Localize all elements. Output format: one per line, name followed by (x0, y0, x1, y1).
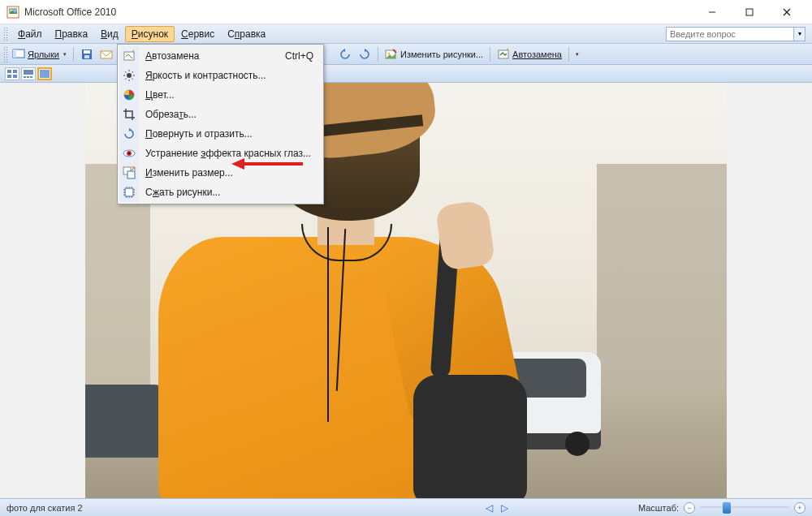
autocorrect-icon (497, 48, 510, 61)
thumbnail-view-button[interactable] (5, 67, 19, 80)
zoom-thumb[interactable] (723, 502, 731, 514)
edit-pictures-button[interactable]: Изменить рисунки... (382, 45, 486, 63)
rotate-left-icon (339, 48, 352, 61)
next-image-button[interactable]: ▷ (501, 502, 508, 514)
shortcuts-button[interactable]: Ярлыки ▾ (10, 45, 69, 63)
autocorrect-button[interactable]: Автозамена (495, 45, 564, 63)
annotation-arrow (231, 156, 304, 172)
mail-icon (100, 48, 113, 61)
prev-image-button[interactable]: ◁ (486, 502, 493, 514)
menu-item-crop[interactable]: Обрезать... (119, 105, 322, 124)
svg-rect-21 (24, 76, 26, 78)
maximize-button[interactable] (731, 0, 768, 24)
svg-line-34 (132, 71, 134, 73)
svg-rect-24 (40, 70, 50, 78)
menu-item-rotate[interactable]: Повернуть и отразить... (119, 124, 322, 144)
svg-line-31 (125, 71, 127, 73)
svg-rect-23 (30, 76, 32, 78)
svg-point-26 (127, 73, 132, 78)
menu-item-label: Сжать рисунки... (139, 187, 322, 198)
svg-rect-20 (24, 70, 33, 75)
status-navigation: ◁ ▷ (486, 502, 508, 514)
toolbar-overflow[interactable]: ▾ (573, 51, 581, 58)
svg-rect-4 (746, 9, 753, 15)
svg-rect-19 (13, 75, 17, 78)
menu-item-label: Яркость и контрастность... (139, 70, 322, 81)
menu-bar: ФайлПравкаВидРисунокСервисСправка ▾ (0, 24, 812, 44)
color-icon (119, 85, 139, 105)
help-search[interactable]: ▾ (666, 27, 806, 41)
svg-marker-43 (231, 158, 244, 170)
close-button[interactable] (768, 0, 806, 24)
edit-pictures-label: Изменить рисунки... (400, 49, 483, 59)
redeye-icon (119, 144, 139, 163)
app-icon (6, 6, 19, 19)
menu-item-autoreplace[interactable]: АвтозаменаCtrl+Q (119, 46, 322, 66)
zoom-out-button[interactable]: − (684, 502, 695, 514)
autoreplace-icon (119, 46, 139, 66)
menu-item-label: Повернуть и отразить... (139, 128, 322, 140)
menu-item-label: Автозамена (139, 50, 285, 62)
svg-rect-25 (124, 52, 134, 60)
edit-pictures-icon (385, 48, 398, 61)
zoom-in-button[interactable]: + (794, 502, 806, 514)
crop-icon (119, 105, 139, 124)
svg-rect-22 (27, 76, 29, 78)
picture-menu-dropdown: АвтозаменаCtrl+QЯркость и контрастность.… (117, 44, 324, 204)
status-filename: фото для скатия 2 (6, 503, 486, 513)
shortcuts-label: Ярлыки (28, 49, 59, 59)
brightness-icon (119, 66, 139, 85)
zoom-label: Масштаб: (638, 503, 679, 513)
menu-правка[interactable]: Правка (49, 26, 95, 42)
rotate-left-button[interactable] (336, 45, 354, 63)
svg-rect-10 (84, 50, 90, 54)
toolbar-grip[interactable] (3, 27, 8, 41)
filmstrip-view-button[interactable] (21, 67, 36, 80)
svg-point-38 (128, 153, 130, 154)
menu-рисунок[interactable]: Рисунок (125, 26, 175, 42)
rotate-right-button[interactable] (356, 45, 374, 63)
status-bar: фото для скатия 2 ◁ ▷ Масштаб: − + (0, 498, 812, 516)
menu-item-label: Обрезать... (139, 109, 322, 120)
menu-item-compress[interactable]: Сжать рисунки... (119, 183, 322, 202)
svg-rect-17 (13, 70, 17, 73)
menu-shortcut: Ctrl+Q (285, 50, 322, 62)
help-dropdown-button[interactable]: ▾ (794, 27, 806, 41)
menu-вид[interactable]: Вид (94, 26, 125, 42)
svg-line-32 (132, 79, 134, 80)
title-bar: Microsoft Office 2010 (0, 0, 812, 24)
menu-файл[interactable]: Файл (11, 26, 49, 42)
resize-icon (119, 163, 139, 183)
svg-line-33 (125, 79, 127, 80)
single-view-button[interactable] (37, 67, 52, 80)
zoom-slider[interactable] (700, 506, 789, 510)
shortcuts-icon (12, 48, 25, 61)
rotate-icon (119, 124, 139, 144)
menu-сервис[interactable]: Сервис (175, 26, 221, 42)
rotate-right-icon (358, 48, 371, 61)
menu-справка[interactable]: Справка (221, 26, 272, 42)
save-button[interactable] (78, 45, 96, 63)
menu-item-label: Цвет... (139, 89, 322, 101)
menu-item-brightness[interactable]: Яркость и контрастность... (119, 66, 322, 85)
svg-rect-40 (127, 171, 135, 178)
minimize-button[interactable] (693, 0, 731, 24)
svg-rect-11 (84, 55, 89, 58)
svg-rect-41 (125, 188, 133, 196)
help-input[interactable] (666, 27, 794, 41)
svg-rect-18 (7, 75, 11, 78)
save-icon (80, 48, 93, 61)
zoom-controls: Масштаб: − + (638, 502, 806, 514)
svg-rect-16 (7, 70, 11, 73)
window-title: Microsoft Office 2010 (24, 6, 693, 18)
toolbar-grip[interactable] (3, 46, 8, 62)
compress-icon (119, 183, 139, 202)
svg-rect-8 (13, 49, 16, 58)
menu-item-color[interactable]: Цвет... (119, 85, 322, 105)
autocorrect-label: Автозамена (512, 49, 562, 59)
